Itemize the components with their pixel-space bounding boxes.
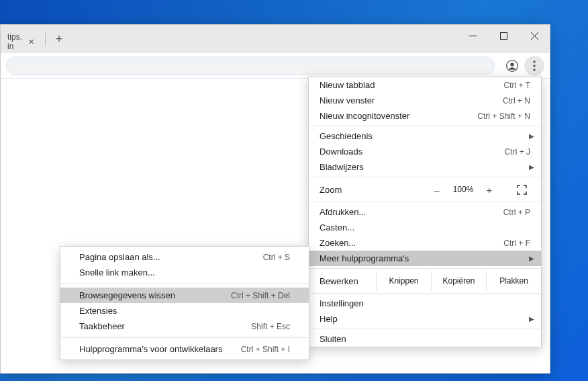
fullscreen-icon[interactable]	[513, 181, 530, 198]
menu-separator	[309, 202, 541, 202]
menu-bookmarks[interactable]: Bladwijzers ▶	[309, 159, 541, 175]
profile-button[interactable]	[503, 56, 522, 75]
submenu-label: Hulpprogramma's voor ontwikkelaars	[79, 344, 241, 354]
kebab-menu-button[interactable]	[524, 56, 544, 76]
menu-separator	[309, 177, 541, 177]
menu-item-label: Sluiten	[320, 334, 530, 344]
tab-separator	[45, 32, 46, 46]
menu-separator	[309, 293, 541, 294]
submenu-shortcut: Ctrl + S	[263, 253, 290, 262]
submenu-task-manager[interactable]: Taakbeheer Shift + Esc	[60, 319, 309, 334]
menu-separator	[60, 284, 309, 284]
menu-shortcut: Ctrl + Shift + N	[477, 112, 530, 121]
svg-rect-0	[469, 36, 477, 36]
chevron-right-icon: ▶	[529, 163, 534, 171]
title-bar: tips, in ✕ +	[1, 25, 550, 53]
menu-shortcut: Ctrl + T	[504, 81, 530, 90]
minimize-button[interactable]	[457, 25, 488, 46]
menu-shortcut: Ctrl + F	[503, 239, 530, 248]
submenu-extensions[interactable]: Extensies	[60, 303, 309, 319]
menu-settings[interactable]: Instellingen	[309, 296, 541, 311]
menu-item-label: Downloads	[320, 146, 505, 157]
menu-separator	[309, 329, 541, 329]
menu-shortcut: Ctrl + J	[505, 147, 530, 157]
menu-cast[interactable]: Casten...	[309, 220, 541, 235]
submenu-shortcut: Shift + Esc	[251, 322, 290, 331]
menu-new-incognito[interactable]: Nieuw incognitovenster Ctrl + Shift + N	[309, 108, 541, 124]
chevron-right-icon: ▶	[529, 255, 534, 262]
submenu-label: Snelle link maken...	[79, 267, 290, 278]
menu-new-window[interactable]: Nieuw venster Ctrl + N	[309, 93, 541, 108]
submenu-label: Extensies	[79, 306, 290, 316]
menu-item-label: Nieuw incognitovenster	[320, 111, 477, 121]
cut-button[interactable]: Knippen	[376, 271, 431, 291]
menu-edit-row: Bewerken Knippen Kopiëren Plakken	[309, 271, 541, 291]
menu-help[interactable]: Help ▶	[309, 311, 541, 327]
tab[interactable]: tips, in ✕	[1, 30, 41, 53]
submenu-shortcut: Ctrl + Shift + Del	[231, 291, 290, 300]
paste-button[interactable]: Plakken	[486, 271, 541, 291]
submenu-save-page[interactable]: Pagina opslaan als... Ctrl + S	[60, 249, 309, 265]
submenu-shortcut: Ctrl + Shift + I	[241, 345, 290, 354]
menu-exit[interactable]: Sluiten	[309, 331, 541, 347]
menu-item-label: Nieuw venster	[320, 95, 503, 105]
menu-item-label: Help	[320, 314, 530, 324]
tab-title: tips, in	[7, 32, 23, 51]
menu-zoom: Zoom – 100% +	[309, 179, 541, 200]
menu-new-tab[interactable]: Nieuw tabblad Ctrl + T	[309, 77, 541, 93]
svg-point-5	[510, 62, 514, 67]
menu-item-label: Afdrukken...	[320, 207, 503, 217]
zoom-label: Zoom	[320, 185, 426, 195]
more-tools-submenu: Pagina opslaan als... Ctrl + S Snelle li…	[60, 246, 309, 360]
svg-point-7	[533, 65, 535, 67]
address-bar[interactable]	[6, 56, 495, 75]
copy-button[interactable]: Kopiëren	[431, 271, 486, 291]
menu-downloads[interactable]: Downloads Ctrl + J	[309, 144, 541, 159]
menu-more-tools[interactable]: Meer hulpprogramma's ▶	[309, 251, 541, 266]
submenu-clear-browsing-data[interactable]: Browsegegevens wissen Ctrl + Shift + Del	[60, 288, 309, 303]
svg-rect-1	[500, 32, 507, 39]
menu-shortcut: Ctrl + N	[503, 96, 530, 105]
svg-point-8	[533, 69, 535, 71]
submenu-label: Pagina opslaan als...	[79, 252, 263, 262]
chevron-right-icon: ▶	[529, 132, 534, 140]
menu-print[interactable]: Afdrukken... Ctrl + P	[309, 204, 541, 220]
menu-item-label: Zoeken...	[320, 238, 503, 248]
menu-item-label: Geschiedenis	[320, 131, 530, 141]
submenu-create-shortcut[interactable]: Snelle link maken...	[60, 265, 309, 280]
menu-item-label: Nieuw tabblad	[320, 80, 504, 90]
submenu-developer-tools[interactable]: Hulpprogramma's voor ontwikkelaars Ctrl …	[60, 341, 309, 357]
submenu-label: Taakbeheer	[79, 321, 251, 331]
close-window-button[interactable]	[519, 25, 550, 46]
menu-item-label: Casten...	[320, 222, 530, 232]
zoom-in-button[interactable]: +	[478, 184, 501, 196]
edit-label: Bewerken	[309, 276, 376, 286]
close-icon[interactable]: ✕	[28, 38, 34, 46]
menu-separator	[309, 126, 541, 126]
new-tab-button[interactable]: +	[50, 30, 68, 48]
maximize-button[interactable]	[488, 25, 519, 46]
menu-find[interactable]: Zoeken... Ctrl + F	[309, 235, 541, 251]
chevron-right-icon: ▶	[529, 315, 534, 323]
menu-item-label: Instellingen	[320, 298, 530, 308]
submenu-label: Browsegegevens wissen	[79, 290, 231, 300]
zoom-value: 100%	[448, 185, 478, 194]
zoom-out-button[interactable]: –	[426, 184, 448, 196]
main-menu: Nieuw tabblad Ctrl + T Nieuw venster Ctr…	[308, 77, 542, 347]
menu-shortcut: Ctrl + P	[503, 208, 530, 217]
menu-item-label: Meer hulpprogramma's	[320, 253, 530, 263]
toolbar	[1, 53, 550, 79]
menu-separator	[309, 268, 541, 269]
window-controls	[457, 25, 550, 46]
menu-separator	[60, 337, 309, 338]
svg-point-6	[533, 60, 535, 62]
menu-history[interactable]: Geschiedenis ▶	[309, 128, 541, 144]
menu-item-label: Bladwijzers	[320, 162, 530, 172]
